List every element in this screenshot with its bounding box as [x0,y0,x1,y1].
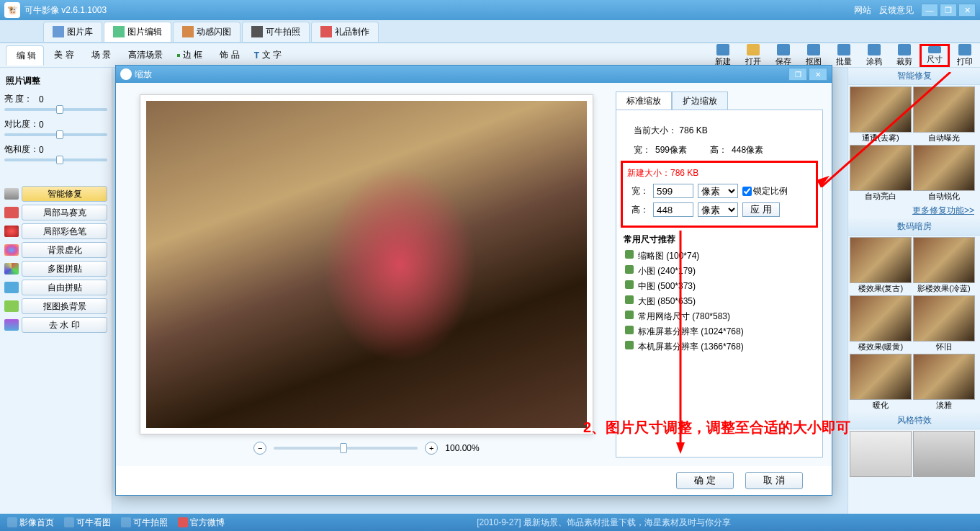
effect-thumb[interactable] [913,431,975,477]
width-unit-select[interactable]: 像素 [698,184,738,198]
status-news[interactable]: [2010-9-27] 最新场景、饰品素材批量下载，海星素材及时与你分享 [235,517,973,529]
recommended-size-item[interactable]: 大图 (850*635) [624,294,815,309]
subtab-scene[interactable]: 场 景 [81,45,118,66]
link-site[interactable]: 网站 [854,5,871,15]
save-icon [777,44,790,55]
effect-label: 通透(去雾) [850,133,912,143]
collage-button[interactable]: 多图拼贴 [22,261,107,277]
effect-thumb[interactable] [850,86,912,133]
recommended-size-item[interactable]: 小图 (240*179) [624,264,815,279]
tab-gift[interactable]: 礼品制作 [311,22,379,42]
right-section-style[interactable]: 风格特效 [848,412,980,429]
effect-thumb[interactable] [850,354,912,400]
tool-crop-img[interactable]: 抠图 [799,44,829,67]
cancel-button[interactable]: 取 消 [745,472,803,489]
brightness-label: 亮 度： [4,93,39,105]
recommended-size-item[interactable]: 常用网络尺寸 (780*583) [624,309,815,324]
gallery-icon [53,26,64,37]
height-label: 高： [627,204,649,216]
status-home[interactable]: 影像首页 [7,517,54,529]
recommended-size-item[interactable]: 缩略图 (100*74) [624,249,815,264]
zoom-out-button[interactable]: − [253,442,266,455]
tab-animation[interactable]: 动感闪图 [173,22,240,42]
recommended-size-item[interactable]: 中图 (500*373) [624,279,815,294]
tool-new[interactable]: 新建 [708,44,738,67]
minimize-button[interactable]: — [921,4,938,17]
doodle-icon [868,44,881,55]
subtab-border[interactable]: 边 框 [170,45,210,66]
effect-thumb[interactable] [913,86,975,133]
maximize-button[interactable]: ❐ [940,4,957,17]
tool-doodle[interactable]: 涂鸦 [859,44,889,67]
more-fix-link[interactable]: 更多修复功能>> [848,203,980,218]
tab-library[interactable]: 图片库 [43,22,102,42]
effect-thumb[interactable] [850,295,912,342]
ok-button[interactable]: 确 定 [676,472,734,489]
tab-extend-zoom[interactable]: 扩边缩放 [672,92,728,110]
effect-thumb[interactable] [850,145,912,191]
subtab-hd-scene[interactable]: 高清场景 [118,45,170,66]
right-section-smart-fix[interactable]: 智能修复 [848,68,980,85]
effect-thumb[interactable] [850,431,912,477]
free-collage-button[interactable]: 自由拼贴 [22,280,107,295]
tab-camera[interactable]: 可牛拍照 [242,22,310,42]
lock-ratio-checkbox[interactable] [742,187,752,196]
tab-edit[interactable]: 图片编辑 [104,22,171,42]
tool-open[interactable]: 打开 [738,44,768,67]
cam-icon [121,517,131,527]
watermark-icon [4,319,19,331]
effect-thumb[interactable] [913,295,975,342]
subtab-accessories[interactable]: 饰 品 [210,45,246,66]
resize-icon [928,46,941,53]
window-title: 可牛影像 v2.6.1.1003 [24,4,854,17]
watermark-button[interactable]: 去 水 印 [22,317,107,333]
subtab-text[interactable]: T文 字 [247,45,289,66]
link-feedback[interactable]: 反馈意见 [879,5,914,15]
height-unit-select[interactable]: 像素 [698,202,738,217]
close-button[interactable]: ✕ [958,4,976,17]
subtab-edit[interactable]: 编 辑 [6,45,44,66]
contrast-slider[interactable] [4,133,107,136]
contrast-value: 0 [39,120,44,130]
tool-size[interactable]: 尺寸 [920,44,950,67]
zoom-slider[interactable] [274,447,418,450]
status-camera[interactable]: 可牛拍照 [121,517,168,529]
effect-thumb[interactable] [913,145,975,191]
effect-thumb[interactable] [913,354,975,400]
effect-label: 自动亮白 [850,191,912,202]
adjust-section-title: 照片调整 [4,72,107,90]
new-size-label: 新建大小：786 KB [627,167,812,179]
brightness-slider[interactable] [4,108,107,111]
zoom-in-button[interactable]: + [425,442,438,455]
tool-save[interactable]: 保存 [768,44,799,67]
effect-thumb[interactable] [850,237,912,283]
cutout-bg-button[interactable]: 抠图换背景 [22,298,107,314]
color-pen-button[interactable]: 局部彩色笔 [22,223,107,239]
recommended-size-item[interactable]: 本机屏幕分辨率 (1366*768) [624,339,815,354]
recommended-size-item[interactable]: 标准屏幕分辨率 (1024*768) [624,324,815,339]
free-icon [4,282,19,293]
width-input[interactable] [653,184,693,198]
tool-batch[interactable]: 批量 [829,44,859,67]
subtab-beauty[interactable]: 美 容 [44,45,81,66]
status-viewer[interactable]: 可牛看图 [64,517,111,529]
height-input[interactable] [653,202,693,217]
current-size-label: 当前大小： [634,125,677,135]
blur-button[interactable]: 背景虚化 [22,242,107,258]
smart-fix-button[interactable]: 智能修复 [22,186,107,202]
dialog-max-button[interactable]: ❐ [788,68,807,81]
apply-button[interactable]: 应 用 [742,202,780,217]
status-weibo[interactable]: 官方微博 [178,517,225,529]
tool-crop[interactable]: 裁剪 [889,44,920,67]
right-section-darkroom[interactable]: 数码暗房 [848,218,980,236]
cutout-icon [807,44,820,55]
print-icon [958,44,971,55]
effect-thumb[interactable] [913,237,975,283]
dialog-close-button[interactable]: ✕ [809,68,827,81]
saturation-slider[interactable] [4,159,107,161]
tab-standard-zoom[interactable]: 标准缩放 [616,92,672,110]
tool-print[interactable]: 打印 [950,44,980,67]
zoom-value: 100.00% [445,443,479,453]
mosaic-button[interactable]: 局部马赛克 [22,205,107,220]
mosaic-icon [4,207,19,218]
